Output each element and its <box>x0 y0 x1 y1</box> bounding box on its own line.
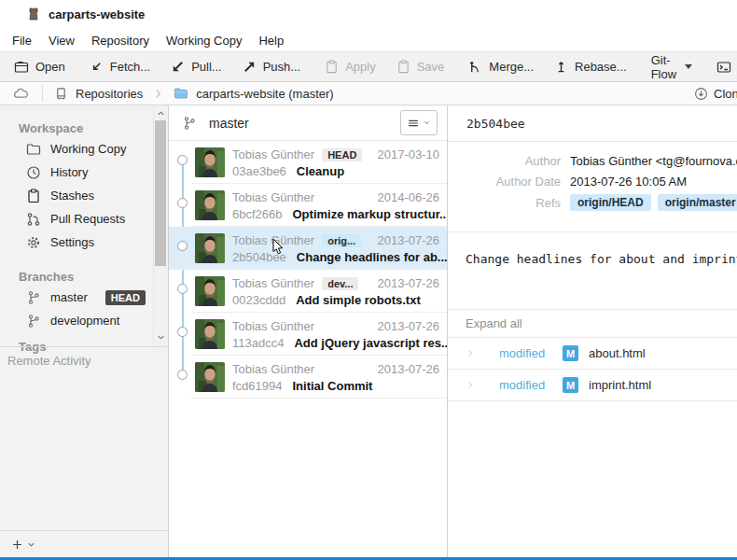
list-options-button[interactable] <box>400 110 438 135</box>
expand-chevron-icon[interactable] <box>466 348 475 358</box>
commit-list-panel: master Tobias Günther HEAD 2017-03-10 <box>169 105 447 557</box>
commit-author: Tobias Günther <box>232 319 314 333</box>
commit-row-0023cddd[interactable]: Tobias Günther dev... 2013-07-26 0023cdd… <box>169 270 447 313</box>
breadcrumb-repositories[interactable]: Repositories <box>54 87 143 101</box>
branch-label: development <box>50 314 119 328</box>
push-button[interactable]: Push... <box>232 52 311 81</box>
folder-icon <box>26 142 41 157</box>
scrollbar-thumb[interactable] <box>155 120 166 266</box>
menu-working-copy[interactable]: Working Copy <box>158 30 250 51</box>
graph-node-icon <box>177 284 188 294</box>
commit-author: Tobias Günther <box>232 276 314 290</box>
menu-view[interactable]: View <box>40 30 83 51</box>
menu-help[interactable]: Help <box>250 30 292 51</box>
commit-date: 2014-06-26 <box>378 190 440 204</box>
terminal-icon <box>716 60 731 75</box>
open-label: Open <box>35 60 65 74</box>
file-status: modified <box>499 378 550 392</box>
toolbar: Open Fetch... Pull... Push... Apply Save… <box>0 51 737 82</box>
save-button[interactable]: Save <box>386 52 455 81</box>
save-stash-icon <box>396 60 410 74</box>
graph-node-icon <box>177 198 188 208</box>
terminal-button[interactable]: Terminal <box>706 52 737 81</box>
merge-icon <box>468 60 482 74</box>
commit-row-2b504bee-selected[interactable]: Tobias Günther orig... 2013-07-26 2b504b… <box>169 227 447 270</box>
sidebar-item-working-copy[interactable]: Working Copy <box>0 137 168 161</box>
title-bar: carparts-website <box>0 0 737 28</box>
modified-badge: M <box>563 377 578 393</box>
commit-list-header: master <box>169 105 447 141</box>
open-folder-icon <box>14 60 29 75</box>
add-repository-caret-icon[interactable] <box>26 539 36 550</box>
pull-button[interactable]: Pull... <box>160 52 232 81</box>
rebase-button[interactable]: Rebase... <box>544 52 637 81</box>
merge-button[interactable]: Merge... <box>458 52 544 81</box>
branch-icon <box>26 314 41 329</box>
menu-bar: File View Repository Working Copy Help <box>0 28 737 52</box>
sidebar-header-workspace: Workspace <box>0 119 168 137</box>
commit-row-03ae3be6[interactable]: Tobias Günther HEAD 2017-03-10 03ae3be6 … <box>169 141 447 184</box>
refs-label: Refs <box>448 196 561 210</box>
detail-author-row: Author Tobias Günther <tg@fournova.co <box>448 154 737 168</box>
remote-activity-header: Remote Activity <box>7 354 91 368</box>
file-status: modified <box>499 346 550 360</box>
sidebar-item-branch-development[interactable]: development <box>0 309 168 332</box>
author-date-value: 2013-07-26 10:05 AM <box>570 175 687 189</box>
sidebar-item-label: History <box>50 165 88 179</box>
git-flow-label: Git-Flow <box>651 53 676 81</box>
cloud-icon[interactable] <box>13 86 29 102</box>
commit-hash: 0023cddd <box>232 293 285 307</box>
apply-label: Apply <box>345 60 376 74</box>
apply-button[interactable]: Apply <box>314 52 386 81</box>
sidebar-scrollbar[interactable] <box>153 105 167 345</box>
menu-file[interactable]: File <box>4 30 40 51</box>
expand-all-button[interactable]: Expand all <box>466 316 522 330</box>
pull-arrow-icon <box>171 60 185 74</box>
save-label: Save <box>417 60 445 74</box>
git-flow-button[interactable]: Git-Flow <box>641 52 702 81</box>
sidebar-item-settings[interactable]: Settings <box>0 231 168 254</box>
ref-badge-origin-master[interactable]: origin/master <box>658 194 737 211</box>
commit-message: Add simple robots.txt <box>296 293 421 307</box>
clone-button[interactable]: Clone <box>694 82 737 105</box>
commit-row-6bcf266b[interactable]: Tobias Günther 2014-06-26 6bcf266b Optim… <box>169 184 447 227</box>
hamburger-icon <box>407 117 420 130</box>
branch-label: master <box>50 290 88 304</box>
sidebar-item-pull-requests[interactable]: Pull Requests <box>0 207 168 231</box>
commit-row-fcd61994[interactable]: Tobias Günther 2013-07-26 fcd61994 Initi… <box>169 356 447 399</box>
clone-label: Clone <box>714 87 737 101</box>
commit-author: Tobias Günther <box>232 190 314 204</box>
scroll-up-icon[interactable] <box>156 108 166 119</box>
head-badge: HEAD <box>105 290 146 305</box>
add-repository-plus-icon[interactable] <box>11 539 23 551</box>
detail-commit-hash: 2b504bee <box>448 105 737 142</box>
commit-row-113adcc4[interactable]: Tobias Günther 2013-07-26 113adcc4 Add j… <box>169 313 447 356</box>
commit-message: Add jQuery javascript res... <box>294 336 451 350</box>
graph-node-icon <box>177 370 188 380</box>
ref-badge-origin-head[interactable]: origin/HEAD <box>570 194 651 211</box>
file-row-about-html[interactable]: modified M about.html <box>448 338 737 370</box>
graph-node-icon <box>177 241 188 251</box>
sidebar-divider <box>0 346 168 347</box>
push-label: Push... <box>263 60 300 74</box>
author-value: Tobias Günther <tg@fournova.co <box>570 154 737 168</box>
sidebar-item-branch-master[interactable]: master HEAD <box>0 286 168 309</box>
apply-stash-icon <box>325 60 339 74</box>
push-arrow-icon <box>243 60 257 74</box>
open-button[interactable]: Open <box>4 52 76 81</box>
sidebar-item-history[interactable]: History <box>0 161 168 184</box>
breadcrumb-current-repo[interactable]: carparts-website (master) <box>174 86 333 101</box>
file-row-imprint-html[interactable]: modified M imprint.html <box>448 370 737 401</box>
commit-hash: 113adcc4 <box>232 336 284 350</box>
expand-chevron-icon[interactable] <box>466 380 475 390</box>
branch-icon <box>26 290 41 305</box>
modified-badge: M <box>563 345 578 361</box>
menu-repository[interactable]: Repository <box>83 30 158 51</box>
sidebar-item-label: Settings <box>50 235 94 249</box>
scroll-down-icon[interactable] <box>156 332 166 343</box>
avatar <box>195 233 225 263</box>
app-window: carparts-website File View Repository Wo… <box>0 0 737 560</box>
sidebar-item-stashes[interactable]: Stashes <box>0 184 168 207</box>
fetch-button[interactable]: Fetch... <box>79 52 160 81</box>
commit-ref-badge: dev... <box>322 277 358 290</box>
